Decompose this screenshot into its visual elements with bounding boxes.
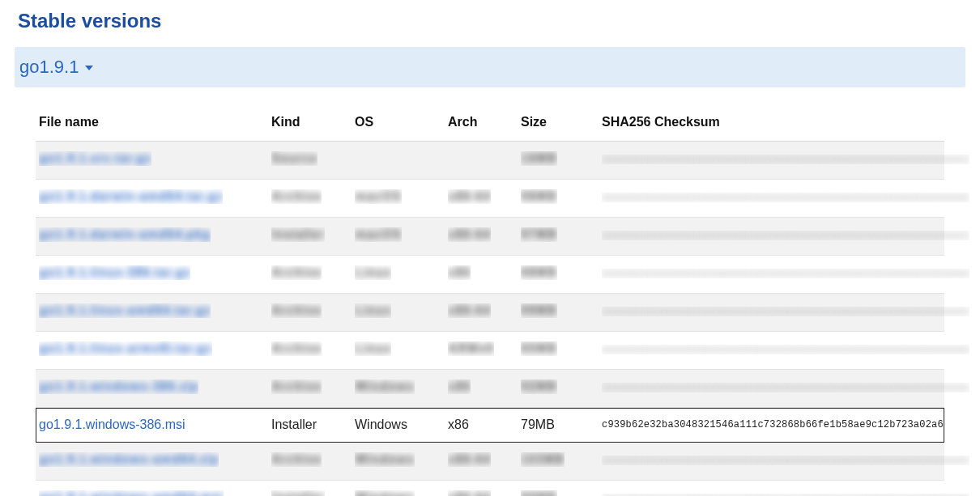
table-row: go1.9.1.linux-386.tar.gzArchiveLinuxx868… xyxy=(36,256,944,294)
arch-value: x86 xyxy=(448,265,471,280)
file-link[interactable]: go1.9.1.windows-amd64.msi xyxy=(39,490,224,496)
kind-value: Source xyxy=(271,151,317,166)
sha-value: xxxxxxxxxxxxxxxxxxxxxxxxxxxxxxxxxxxxxxxx… xyxy=(602,456,969,465)
arch-value: x86-64 xyxy=(448,452,491,467)
arch-value: x86-64 xyxy=(448,490,491,496)
kind-value: Archive xyxy=(271,341,322,356)
arch-value: x86 xyxy=(445,408,518,443)
sha-value: xxxxxxxxxxxxxxxxxxxxxxxxxxxxxxxxxxxxxxxx… xyxy=(602,155,969,164)
sha-value: xxxxxxxxxxxxxxxxxxxxxxxxxxxxxxxxxxxxxxxx… xyxy=(602,345,969,354)
col-arch: Arch xyxy=(445,107,518,142)
size-value: 85MB xyxy=(521,341,557,356)
version-dropdown[interactable]: go1.9.1 xyxy=(15,47,965,87)
sha-value: xxxxxxxxxxxxxxxxxxxxxxxxxxxxxxxxxxxxxxxx… xyxy=(602,383,969,392)
section-title: Stable versions xyxy=(18,10,965,32)
os-value: Windows xyxy=(355,490,415,496)
col-os: OS xyxy=(352,107,445,142)
table-row: go1.9.1.linux-amd64.tar.gzArchiveLinuxx8… xyxy=(36,294,944,332)
file-link[interactable]: go1.9.1.windows-amd64.zip xyxy=(39,452,219,467)
size-value: 97MB xyxy=(521,227,557,242)
file-link[interactable]: go1.9.1.linux-armv6l.tar.gz xyxy=(39,341,212,356)
os-value: Windows xyxy=(355,379,415,394)
table-row: go1.9.1.windows-amd64.zipArchiveWindowsx… xyxy=(36,443,944,481)
file-link[interactable]: go1.9.1.src.tar.gz xyxy=(39,151,151,166)
file-link[interactable]: go1.9.1.linux-386.tar.gz xyxy=(39,265,190,280)
kind-value: Archive xyxy=(271,303,322,318)
kind-value: Installer xyxy=(271,490,325,496)
os-value: Windows xyxy=(352,408,445,443)
size-value: 16MB xyxy=(521,151,557,166)
file-link[interactable]: go1.9.1.windows-386.msi xyxy=(39,418,185,431)
sha-value: xxxxxxxxxxxxxxxxxxxxxxxxxxxxxxxxxxxxxxxx… xyxy=(602,307,969,316)
table-row: go1.9.1.windows-386.zipArchiveWindowsx86… xyxy=(36,370,944,408)
kind-value: Archive xyxy=(271,189,322,204)
table-row: go1.9.1.src.tar.gzSource16MBxxxxxxxxxxxx… xyxy=(36,142,944,180)
col-file: File name xyxy=(36,107,268,142)
table-row: go1.9.1.darwin-amd64.pkgInstallermacOSx8… xyxy=(36,218,944,256)
os-value: Linux xyxy=(355,303,391,318)
kind-value: Installer xyxy=(268,408,352,443)
table-row: go1.9.1.windows-386.msiInstallerWindowsx… xyxy=(36,408,944,443)
file-link[interactable]: go1.9.1.windows-386.zip xyxy=(39,379,198,394)
file-link[interactable]: go1.9.1.linux-amd64.tar.gz xyxy=(39,303,211,318)
version-label: go1.9.1 xyxy=(19,57,79,78)
arch-value: ARMv6 xyxy=(448,341,494,356)
os-value: macOS xyxy=(355,227,402,242)
kind-value: Installer xyxy=(271,227,325,242)
arch-value: x86 xyxy=(448,379,471,394)
downloads-table: File name Kind OS Arch Size SHA256 Check… xyxy=(36,107,944,496)
arch-value: x86-64 xyxy=(448,227,491,242)
sha-value: c939b62e32ba3048321546a111c732868b66fe1b… xyxy=(599,408,944,443)
size-value: 92MB xyxy=(521,379,557,394)
sha-value: xxxxxxxxxxxxxxxxxxxxxxxxxxxxxxxxxxxxxxxx… xyxy=(602,231,969,240)
size-value: 99MB xyxy=(521,303,557,318)
size-value: 90MB xyxy=(521,490,557,496)
sha-value: xxxxxxxxxxxxxxxxxxxxxxxxxxxxxxxxxxxxxxxx… xyxy=(602,269,969,278)
table-row: go1.9.1.darwin-amd64.tar.gzArchivemacOSx… xyxy=(36,180,944,218)
chevron-down-icon xyxy=(85,66,93,70)
col-sha: SHA256 Checksum xyxy=(599,107,944,142)
table-header-row: File name Kind OS Arch Size SHA256 Check… xyxy=(36,107,944,142)
size-value: 88MB xyxy=(521,265,557,280)
os-value: macOS xyxy=(355,189,402,204)
file-link[interactable]: go1.9.1.darwin-amd64.tar.gz xyxy=(39,189,223,204)
sha-value: xxxxxxxxxxxxxxxxxxxxxxxxxxxxxxxxxxxxxxxx… xyxy=(602,193,969,202)
kind-value: Archive xyxy=(271,379,322,394)
kind-value: Archive xyxy=(271,452,322,467)
kind-value: Archive xyxy=(271,265,322,280)
table-row: go1.9.1.linux-armv6l.tar.gzArchiveLinuxA… xyxy=(36,332,944,370)
col-kind: Kind xyxy=(268,107,352,142)
arch-value: x86-64 xyxy=(448,189,491,204)
arch-value: x86-64 xyxy=(448,303,491,318)
size-value: 98MB xyxy=(521,189,557,204)
col-size: Size xyxy=(518,107,599,142)
os-value: Linux xyxy=(355,265,391,280)
size-value: 79MB xyxy=(518,408,599,443)
table-row: go1.9.1.windows-amd64.msiInstallerWindow… xyxy=(36,481,944,497)
os-value: Windows xyxy=(355,452,415,467)
size-value: 103MB xyxy=(521,452,565,467)
file-link[interactable]: go1.9.1.darwin-amd64.pkg xyxy=(39,227,211,242)
os-value: Linux xyxy=(355,341,391,356)
